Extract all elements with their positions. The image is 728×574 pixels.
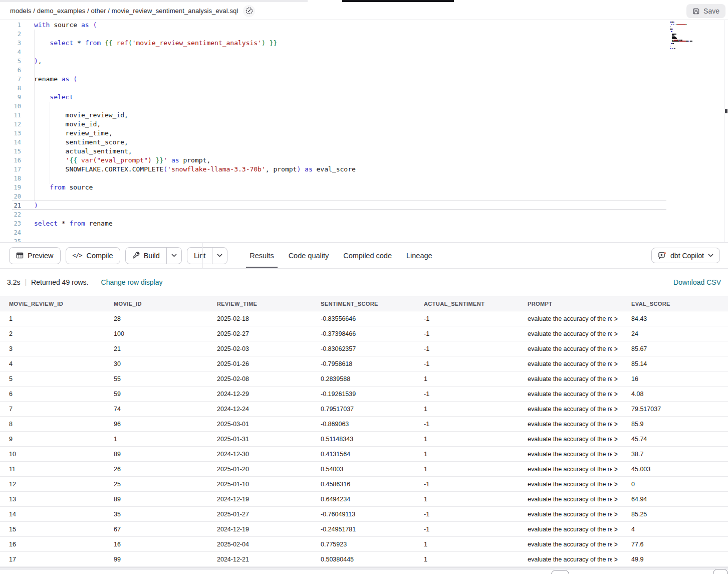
expand-prompt-icon[interactable]: > — [614, 525, 618, 533]
code-line[interactable] — [34, 228, 663, 237]
eval-score-cell: 38.7 — [622, 447, 728, 462]
table-row[interactable]: 15672024-12-19-0.24951781-1evaluate the … — [0, 522, 728, 537]
table-cell: 12 — [0, 477, 105, 492]
code-lines[interactable]: with source as ( select * from {{ ref('m… — [34, 21, 663, 242]
table-cell: 0.79517037 — [312, 402, 415, 417]
code-line[interactable]: select * from {{ ref('movie_review_senti… — [34, 39, 663, 48]
code-line[interactable] — [34, 102, 663, 111]
line-number: 2 — [0, 30, 22, 39]
sql-editor[interactable]: 1234567891011121314151617181920212223242… — [0, 20, 728, 242]
code-line[interactable] — [34, 30, 663, 39]
tab-code-quality[interactable]: Code quality — [285, 243, 333, 268]
lint-dropdown-button[interactable] — [212, 248, 227, 264]
expand-prompt-icon[interactable]: > — [614, 360, 618, 367]
scrollbar-thumb[interactable] — [725, 109, 727, 113]
save-button[interactable]: Save — [686, 4, 725, 18]
code-line[interactable]: rename as ( — [34, 75, 663, 84]
change-row-display-link[interactable]: Change row display — [101, 278, 163, 286]
table-row[interactable]: 11262025-01-200.540031evaluate the accur… — [0, 462, 728, 477]
expand-prompt-icon[interactable]: > — [614, 435, 618, 443]
expand-prompt-icon[interactable]: > — [614, 540, 618, 548]
tab-compiled-code[interactable]: Compiled code — [340, 243, 395, 268]
table-row[interactable]: 1282025-02-18-0.83556646-1evaluate the a… — [0, 311, 728, 326]
table-cell: 2025-01-31 — [208, 432, 312, 447]
code-line[interactable]: select * from rename — [34, 219, 663, 228]
table-row[interactable]: 10892024-12-300.41315641evaluate the acc… — [0, 447, 728, 462]
editor-scrollbar[interactable] — [724, 20, 728, 242]
expand-prompt-icon[interactable]: > — [614, 345, 618, 352]
code-line[interactable] — [34, 210, 663, 219]
table-row[interactable]: 21002025-02-27-0.37398466-1evaluate the … — [0, 326, 728, 341]
table-row[interactable]: 16162025-02-040.7759231evaluate the accu… — [0, 537, 728, 552]
table-row[interactable]: 7742024-12-240.795170371evaluate the acc… — [0, 402, 728, 417]
line-number: 3 — [0, 39, 22, 48]
table-cell: 1 — [415, 552, 519, 567]
table-row[interactable]: 3212025-02-03-0.83062357-1evaluate the a… — [0, 341, 728, 356]
build-dropdown-button[interactable] — [166, 248, 181, 264]
prompt-cell: evaluate the accuracy of the res...> — [519, 402, 622, 417]
tab-lineage[interactable]: Lineage — [403, 243, 436, 268]
code-line[interactable]: review_time, — [34, 129, 663, 138]
code-line[interactable]: movie_id, — [34, 120, 663, 129]
code-line[interactable] — [34, 192, 663, 201]
table-row[interactable]: 12252025-01-100.4586316-1evaluate the ac… — [0, 477, 728, 492]
edit-file-icon[interactable] — [243, 5, 255, 17]
minimap[interactable] — [670, 22, 726, 52]
table-cell: 0.775923 — [312, 537, 415, 552]
table-cell: 5 — [0, 371, 105, 387]
partial-button[interactable] — [713, 569, 728, 574]
table-row[interactable]: 4302025-01-26-0.7958618-1evaluate the ac… — [0, 356, 728, 371]
expand-prompt-icon[interactable]: > — [614, 315, 618, 322]
expand-prompt-icon[interactable]: > — [614, 405, 618, 413]
code-line[interactable]: ) — [34, 201, 663, 210]
table-row[interactable]: 13892024-12-190.64942341evaluate the acc… — [0, 492, 728, 507]
expand-prompt-icon[interactable]: > — [614, 390, 618, 398]
expand-prompt-icon[interactable]: > — [614, 420, 618, 428]
code-line[interactable]: ), — [34, 57, 663, 66]
table-row[interactable]: 17992024-12-210.503804451evaluate the ac… — [0, 552, 728, 567]
table-cell: 0.4586316 — [312, 477, 415, 492]
eval-score-cell: 0 — [622, 477, 728, 492]
expand-prompt-icon[interactable]: > — [614, 495, 618, 503]
partial-green-pill[interactable] — [648, 569, 682, 574]
table-row[interactable]: 5552025-02-080.28395881evaluate the accu… — [0, 371, 728, 387]
code-line[interactable] — [34, 84, 663, 93]
code-line[interactable]: from source — [34, 183, 663, 192]
table-row[interactable]: 14352025-01-27-0.76049113-1evaluate the … — [0, 507, 728, 522]
prompt-preview: evaluate the accuracy of the res... — [528, 496, 612, 503]
expand-prompt-icon[interactable]: > — [614, 480, 618, 488]
expand-prompt-icon[interactable]: > — [614, 450, 618, 458]
code-line[interactable]: '{{ var("eval_prompt") }}' as prompt, — [34, 156, 663, 165]
expand-prompt-icon[interactable]: > — [614, 555, 618, 563]
column-header: ACTUAL_SENTIMENT — [415, 296, 519, 311]
eval-score-cell: 84.43 — [622, 311, 728, 326]
code-line[interactable] — [34, 66, 663, 75]
preview-button[interactable]: Preview — [9, 247, 61, 264]
expand-prompt-icon[interactable]: > — [614, 375, 618, 382]
code-line[interactable] — [34, 174, 663, 183]
table-row[interactable]: 8962025-03-01-0.869063-1evaluate the acc… — [0, 417, 728, 432]
code-line[interactable]: select — [34, 93, 663, 102]
dbt-copilot-button[interactable]: dbt Copilot — [651, 248, 720, 263]
code-line[interactable]: with source as ( — [34, 21, 663, 30]
table-row[interactable]: 6592024-12-29-0.19261539-1evaluate the a… — [0, 387, 728, 402]
compile-button[interactable]: </> Compile — [66, 247, 120, 264]
code-line[interactable]: SNOWFLAKE.CORTEX.COMPLETE('snowflake-lla… — [34, 165, 663, 174]
action-toolbar: Preview </> Compile Build Lint — [0, 242, 728, 269]
code-line[interactable]: movie_review_id, — [34, 111, 663, 120]
code-line[interactable]: sentiment_score, — [34, 138, 663, 147]
code-line[interactable]: actual_sentiment, — [34, 147, 663, 156]
prompt-preview: evaluate the accuracy of the res... — [528, 481, 612, 488]
code-line[interactable] — [34, 237, 663, 242]
expand-prompt-icon[interactable]: > — [614, 330, 618, 337]
table-row[interactable]: 912025-01-310.511483431evaluate the accu… — [0, 432, 728, 447]
expand-prompt-icon[interactable]: > — [614, 510, 618, 518]
partial-button[interactable] — [551, 570, 569, 574]
code-line[interactable] — [34, 48, 663, 57]
build-button[interactable]: Build — [125, 247, 182, 264]
expand-prompt-icon[interactable]: > — [614, 465, 618, 473]
tab-results[interactable]: Results — [246, 243, 277, 268]
lint-button[interactable]: Lint — [187, 247, 227, 264]
table-cell: 55 — [105, 371, 208, 387]
download-csv-link[interactable]: Download CSV — [673, 278, 721, 286]
